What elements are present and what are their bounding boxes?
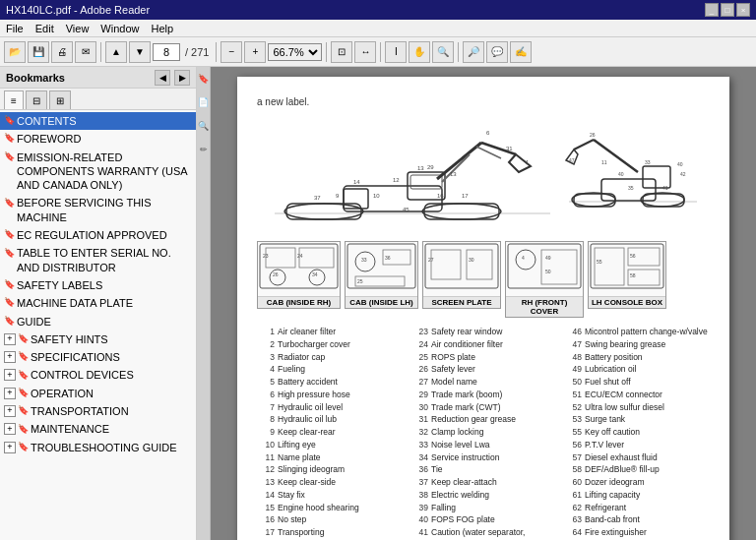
pdf-area[interactable]: a new label. xyxy=(211,67,756,540)
svg-rect-62 xyxy=(431,250,461,279)
expand-safety-hints[interactable]: + xyxy=(4,333,16,345)
print-button[interactable]: 🖨 xyxy=(51,41,73,63)
page-number-input[interactable]: 8 xyxy=(153,43,180,61)
menu-edit[interactable]: Edit xyxy=(35,23,54,34)
part-46: 46Micontrol pattern change-w/valve xyxy=(564,326,710,338)
bookmark-troubleshooting[interactable]: + 🔖 TROUBLESHOOTING GUIDE xyxy=(0,439,196,456)
page-icon: 🔖 xyxy=(18,405,29,417)
expand-troubleshooting[interactable]: + xyxy=(4,442,16,453)
bookmark-operation[interactable]: + 🔖 OPERATION xyxy=(0,385,196,402)
part-58: 58DEF/AdBlue® fill-up xyxy=(564,463,710,476)
strip-icon-4[interactable]: ✏ xyxy=(198,142,210,157)
bookmark-guide[interactable]: 🔖 GUIDE xyxy=(0,313,196,330)
bookmark-before-servicing-label: BEFORE SERVICING THIS MACHINE xyxy=(17,196,192,224)
zoom-tool-button[interactable]: 🔍 xyxy=(432,41,454,63)
diagram-label-cab-rh: CAB (INSIDE RH) xyxy=(258,296,340,308)
sep1 xyxy=(100,42,101,62)
strip-icon-2[interactable]: 📄 xyxy=(198,94,210,110)
part-16: 16No step xyxy=(257,513,403,526)
bookmark-before-servicing[interactable]: 🔖 BEFORE SERVICING THIS MACHINE xyxy=(0,194,196,226)
bookmark-specifications[interactable]: + 🔖 SPECIFICATIONS xyxy=(0,348,196,366)
strip-icon-3[interactable]: 🔍 xyxy=(198,118,210,134)
hand-tool-button[interactable]: ✋ xyxy=(409,41,430,63)
svg-line-34 xyxy=(594,140,638,172)
strip-icon-1[interactable]: 🔖 xyxy=(198,71,210,87)
bookmarks-menu-button[interactable]: ▶ xyxy=(174,70,190,86)
bookmarks-collapse-button[interactable]: ◀ xyxy=(155,70,170,86)
diagrams-area: 37 14 13 13 6 31 1 29 10 12 9 17 16 45 xyxy=(257,115,710,233)
sep3 xyxy=(326,42,327,62)
svg-text:31: 31 xyxy=(506,146,513,151)
bookmark-table-serial-label: TABLE TO ENTER SERIAL NO. AND DISTRIBUTO… xyxy=(17,246,192,274)
bookmark-foreword[interactable]: 🔖 FOREWORD xyxy=(0,130,196,148)
svg-text:23: 23 xyxy=(263,253,269,259)
part-24: 24Air conditioner filter xyxy=(410,338,556,351)
menu-window[interactable]: Window xyxy=(100,23,139,34)
menu-help[interactable]: Help xyxy=(151,23,173,34)
menu-file[interactable]: File xyxy=(6,23,24,34)
next-page-button[interactable]: ▼ xyxy=(129,41,151,63)
bookmark-safety-labels-label: SAFETY LABELS xyxy=(17,278,192,292)
expand-control-devices[interactable]: + xyxy=(4,369,16,381)
part-15: 15Engine hood shearing xyxy=(257,502,403,514)
expand-specifications[interactable]: + xyxy=(4,351,16,363)
svg-line-9 xyxy=(437,143,481,179)
part-32: 32Clamp locking xyxy=(410,426,556,439)
svg-rect-66 xyxy=(508,244,581,288)
minimize-button[interactable]: _ xyxy=(705,3,719,17)
bookmark-table-serial[interactable]: 🔖 TABLE TO ENTER SERIAL NO. AND DISTRIBU… xyxy=(0,244,196,276)
find-button[interactable]: 🔎 xyxy=(463,41,484,63)
part-33: 33Noise level Lwa xyxy=(410,439,556,451)
sidebar-tabs: ≡ ⊟ ⊞ xyxy=(0,89,196,110)
signature-button[interactable]: ✍ xyxy=(510,41,532,63)
tab-expand[interactable]: ⊞ xyxy=(49,90,71,109)
email-button[interactable]: ✉ xyxy=(75,41,96,63)
part-56: 56P.T.V lever xyxy=(564,439,710,451)
comment-button[interactable]: 💬 xyxy=(486,41,508,63)
svg-text:56: 56 xyxy=(630,253,636,259)
options-icon: ⊟ xyxy=(32,95,40,106)
part-9: 9Keep clear-rear xyxy=(257,426,403,439)
expand-operation[interactable]: + xyxy=(4,388,16,399)
part-31: 31Reduction gear grease xyxy=(410,413,556,426)
bookmark-safety-hints[interactable]: + 🔖 SAFETY HINTS xyxy=(0,330,196,348)
expand-transportation[interactable]: + xyxy=(4,405,16,417)
expand-maintenance[interactable]: + xyxy=(4,423,16,435)
part-47: 47Swing bearing grease xyxy=(564,338,710,351)
svg-text:30: 30 xyxy=(469,257,474,263)
fit-width-button[interactable]: ↔ xyxy=(354,41,376,63)
zoom-select[interactable]: 66.7% 50% 75% 100% 125% xyxy=(268,43,322,61)
select-tool-button[interactable]: I xyxy=(385,41,407,63)
page-icon: 🔖 xyxy=(18,333,29,345)
svg-text:27: 27 xyxy=(428,257,434,263)
fit-page-button[interactable]: ⊡ xyxy=(331,41,352,63)
zoom-in-button[interactable]: + xyxy=(244,41,266,63)
bookmark-transportation[interactable]: + 🔖 TRANSPORTATION xyxy=(0,402,196,420)
bookmark-safety-labels[interactable]: 🔖 SAFETY LABELS xyxy=(0,276,196,294)
bookmark-contents[interactable]: 🔖 CONTENTS xyxy=(0,112,196,130)
svg-text:4: 4 xyxy=(522,255,525,261)
bookmark-maintenance[interactable]: + 🔖 MAINTENANCE xyxy=(0,420,196,438)
tab-bookmarks[interactable]: ≡ xyxy=(4,90,24,109)
prev-page-button[interactable]: ▲ xyxy=(105,41,127,63)
svg-rect-47 xyxy=(299,248,334,268)
diagram-screen-plate: 27 30 SCREEN PLATE xyxy=(422,241,501,309)
bookmark-ec-regulation[interactable]: 🔖 EC REGULATION APPROVED xyxy=(0,226,196,244)
open-button[interactable]: 📂 xyxy=(4,41,26,63)
part-62: 62Refrigerant xyxy=(564,502,710,514)
svg-rect-45 xyxy=(260,244,338,288)
save-button[interactable]: 💾 xyxy=(28,41,49,63)
excavator-main-diagram: 37 14 13 13 6 31 1 29 10 12 9 17 16 45 xyxy=(265,115,560,233)
zoom-out-button[interactable]: − xyxy=(220,41,242,63)
bookmark-emission[interactable]: 🔖 EMISSION-RELATED COMPONENTS WARRANTY (… xyxy=(0,149,196,195)
part-27: 27Model name xyxy=(410,376,556,389)
close-button[interactable]: × xyxy=(736,3,750,17)
part-57: 57Diesel exhaust fluid xyxy=(564,451,710,464)
tab-options[interactable]: ⊟ xyxy=(26,90,47,109)
svg-text:36: 36 xyxy=(385,255,391,261)
part-26: 26Safety lever xyxy=(410,363,556,376)
menu-view[interactable]: View xyxy=(66,23,90,34)
bookmark-machine-data[interactable]: 🔖 MACHINE DATA PLATE xyxy=(0,294,196,312)
bookmark-control-devices[interactable]: + 🔖 CONTROL DEVICES xyxy=(0,366,196,384)
restore-button[interactable]: □ xyxy=(721,3,734,17)
